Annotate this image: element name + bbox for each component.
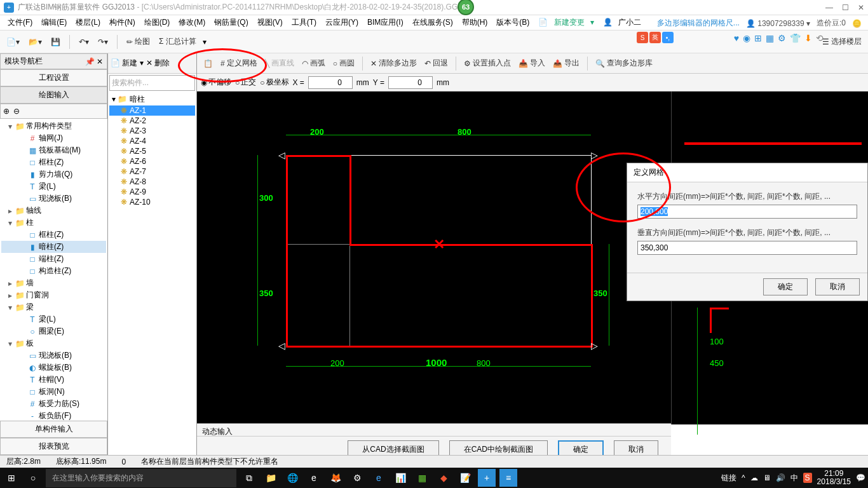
menu-online[interactable]: 在线服务(S) — [409, 16, 457, 29]
draw-input-tab[interactable]: 绘图输入 — [0, 86, 107, 104]
menu-modify[interactable]: 修改(M) — [175, 16, 209, 29]
draw-arc-button[interactable]: ◠ 画弧 — [299, 57, 328, 70]
y-input[interactable] — [388, 76, 433, 89]
icon-5[interactable]: ⚙ — [778, 33, 786, 43]
close-icon[interactable]: ✕ — [858, 3, 864, 12]
edit-hook-button[interactable]: 编辑弯钩 — [641, 126, 671, 137]
link-label[interactable]: 链接 — [721, 473, 736, 484]
search-input[interactable]: 搜索构件... — [109, 75, 195, 91]
tree-node[interactable]: #板受力筋(S) — [1, 398, 106, 410]
list-item[interactable]: ❋AZ-7 — [109, 166, 195, 177]
app-icon-5[interactable]: ▦ — [413, 469, 431, 487]
menu-file[interactable]: 文件(F) — [4, 16, 36, 29]
open-icon[interactable]: 📂▾ — [26, 36, 44, 48]
x-input[interactable] — [308, 76, 353, 89]
tree-node[interactable]: ▾📁梁 — [1, 301, 106, 313]
taskview-icon[interactable]: ⧉ — [240, 469, 258, 487]
select-floor-button[interactable]: ☰ 选择楼层 — [820, 35, 864, 48]
app-icon-7[interactable]: 📝 — [456, 469, 474, 487]
maximize-icon[interactable]: ☐ — [842, 3, 849, 12]
icon-6[interactable]: 👕 — [790, 33, 801, 43]
app-icon-1[interactable]: 🌐 — [283, 469, 301, 487]
menu-rebar[interactable]: 钢筋量(Q) — [210, 16, 252, 29]
draw-line-button[interactable]: ╲ 画直线 — [262, 57, 297, 70]
app-icon-3[interactable]: ⚙ — [348, 469, 366, 487]
draw-button[interactable]: ✏ 绘图 — [124, 35, 153, 48]
modify-longbar-button[interactable]: 修改纵筋 — [559, 126, 590, 137]
draw-stirrup-button[interactable]: 画箍筋 — [526, 126, 549, 137]
tray-net-icon[interactable]: 🖥 — [763, 473, 771, 482]
tree-node[interactable]: □框柱(Z) — [1, 229, 106, 241]
ie-icon[interactable]: e — [370, 469, 388, 487]
tray-sogou-icon[interactable]: S — [803, 473, 812, 483]
icon-4[interactable]: ▦ — [766, 33, 774, 43]
tree-node[interactable]: □板洞(N) — [1, 386, 106, 398]
tray-cloud-icon[interactable]: ☁ — [750, 473, 758, 482]
export-button[interactable]: 📤 导出 — [550, 57, 582, 70]
tray-vol-icon[interactable]: 🔊 — [776, 473, 785, 482]
tree-node[interactable]: T梁(L) — [1, 180, 106, 193]
tree-node[interactable]: ▮暗柱(Z) — [1, 241, 106, 253]
copy-icon[interactable]: 📋 — [201, 58, 215, 69]
list-item[interactable]: ❋AZ-9 — [109, 187, 195, 197]
menu-component[interactable]: 构件(N) — [105, 16, 139, 29]
import-button[interactable]: 📥 导入 — [516, 57, 548, 70]
icon-3[interactable]: ⊞ — [754, 33, 762, 43]
tree-node[interactable]: □端柱(Z) — [1, 253, 106, 265]
list-item[interactable]: ❋AZ-2 — [109, 116, 195, 126]
start-icon[interactable]: ⊞ — [3, 469, 20, 487]
report-view-tab[interactable]: 报表预览 — [0, 438, 107, 455]
menu-draw[interactable]: 绘图(D) — [140, 16, 174, 29]
icon-8[interactable]: ⟲ — [816, 33, 824, 43]
taskbar-clock[interactable]: 21:092018/3/15 — [817, 470, 851, 486]
tree-node[interactable]: ▭现浇板(B) — [1, 349, 106, 362]
list-item[interactable]: ❋AZ-3 — [109, 126, 195, 136]
menu-version[interactable]: 版本号(B) — [492, 16, 533, 29]
menu-help[interactable]: 帮助(H) — [458, 16, 492, 29]
icon-1[interactable]: ♥ — [734, 33, 739, 43]
tree-node[interactable]: ▾📁柱 — [1, 217, 106, 229]
list-item[interactable]: ❋AZ-8 — [109, 177, 195, 187]
dialog-cancel-button[interactable]: 取消 — [815, 278, 860, 295]
clear-polygon-button[interactable]: ✕ 清除多边形 — [368, 57, 419, 70]
tray-ime-icon[interactable]: 中 — [790, 473, 798, 484]
phone-label[interactable]: 👤 13907298339 ▾ — [746, 19, 810, 28]
tree-node[interactable]: ▦筏板基础(M) — [1, 144, 106, 156]
tree-node[interactable]: □框柱(Z) — [1, 156, 106, 168]
app-icon-8[interactable]: + — [478, 469, 496, 487]
list-item[interactable]: ❋AZ-4 — [109, 136, 195, 146]
modify-stirrup-button[interactable]: 修改箍筋 — [600, 126, 630, 137]
component-list[interactable]: ▾ 📁 暗柱❋AZ-1❋AZ-2❋AZ-3❋AZ-4❋AZ-5❋AZ-6❋AZ-… — [108, 92, 196, 455]
undo-icon[interactable]: ↶▾ — [76, 36, 92, 48]
new-component-button[interactable]: 📄 新建 ▾ — [111, 58, 144, 69]
app-icon-9[interactable]: ≡ — [499, 469, 517, 487]
cortana-icon[interactable]: ○ — [24, 469, 42, 487]
tree-node[interactable]: □构造柱(Z) — [1, 265, 106, 277]
menu-tools[interactable]: 工具(T) — [288, 16, 320, 29]
taskbar-search[interactable]: 在这里输入你要搜索的内容 — [46, 469, 236, 487]
menu-floor[interactable]: 楼层(L) — [72, 16, 104, 29]
menu-view[interactable]: 视图(V) — [254, 16, 287, 29]
single-input-tab[interactable]: 单构件输入 — [0, 421, 107, 438]
icon-2[interactable]: ◉ — [743, 33, 750, 43]
tree-node[interactable]: ▸📁轴线 — [1, 205, 106, 217]
icon-7[interactable]: ⬇ — [804, 33, 812, 43]
list-item[interactable]: ❋AZ-1 — [109, 105, 195, 116]
delete-component-button[interactable]: ✕ 删除 — [146, 58, 170, 69]
tree-node[interactable]: ○圈梁(E) — [1, 325, 106, 337]
undo-polygon-button[interactable]: ↶ 回退 — [422, 57, 451, 70]
edge-icon[interactable]: e — [305, 469, 323, 487]
tray-up-icon[interactable]: ^ — [742, 473, 745, 482]
tree-node[interactable]: ▭现浇板(B) — [1, 193, 106, 205]
list-item[interactable]: ❋AZ-5 — [109, 146, 195, 156]
list-item[interactable]: ❋AZ-6 — [109, 156, 195, 166]
app-icon-4[interactable]: 📊 — [391, 469, 409, 487]
app-icon-2[interactable]: 🦊 — [327, 469, 344, 487]
tree-node[interactable]: ▾📁板 — [1, 337, 106, 349]
set-insert-button[interactable]: ⚙ 设置插入点 — [461, 57, 513, 70]
opt-ortho[interactable]: ○ 正交 — [235, 77, 256, 88]
h-spacing-input[interactable]: 200,800 — [637, 205, 857, 219]
redo-icon[interactable]: ↷▾ — [95, 36, 111, 48]
list-item[interactable]: ❋AZ-10 — [109, 197, 195, 207]
component-tree[interactable]: ▾📁常用构件类型#轴网(J)▦筏板基础(M)□框柱(Z)▮剪力墙(Q)T梁(L)… — [0, 119, 107, 421]
